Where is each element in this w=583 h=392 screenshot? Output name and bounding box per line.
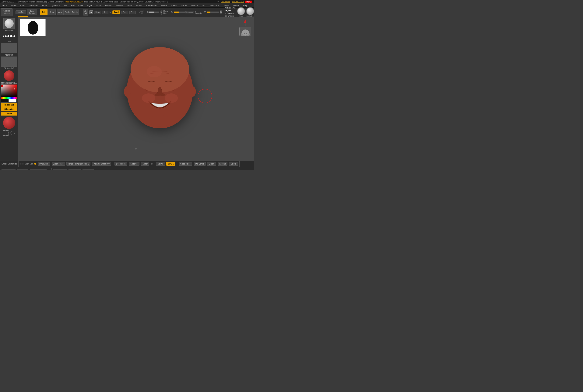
title-bar: ZBrush 2022.0.1 [University of Toronto: … — [0, 0, 254, 4]
dots-preview-box[interactable] — [2, 32, 17, 40]
menu-draw[interactable]: Draw — [42, 4, 48, 7]
dynamic-btn[interactable]: Dynamic — [185, 11, 194, 14]
activate-symmetry-btn[interactable]: Activate Symmetry — [92, 162, 111, 166]
menu-texture[interactable]: Texture — [190, 4, 199, 7]
del-hidden-btn[interactable]: Del Hidden — [115, 162, 127, 166]
nav-head-icon[interactable] — [239, 27, 251, 36]
auto-groups-btn[interactable]: Auto Groups — [2, 169, 16, 170]
del-mt-btn[interactable]: DelMT — [156, 162, 165, 166]
sdiv1-btn[interactable]: SDiv 1 — [166, 162, 175, 166]
menu-macro[interactable]: Macro — [95, 4, 102, 7]
menu-layer[interactable]: Layer — [78, 4, 84, 7]
move-btn[interactable]: Move — [57, 9, 64, 15]
mrgb-btn[interactable]: Mrgb — [94, 10, 101, 14]
menu-label[interactable]: Menu — [245, 0, 252, 3]
delete-btn[interactable]: Delete — [229, 162, 238, 166]
menu-material[interactable]: Material — [115, 4, 124, 7]
select-rect-icon[interactable] — [3, 130, 9, 136]
zremesher-btn[interactable]: ZRemesher — [52, 162, 65, 166]
mirror-weld-btn[interactable]: Mirror And Weld — [30, 169, 47, 170]
focal-shift-slider[interactable] — [149, 12, 159, 13]
zcut-btn[interactable]: Zcut — [129, 10, 136, 14]
viewport[interactable]: ▼ — [18, 17, 254, 161]
menu-render[interactable]: Render — [160, 4, 168, 7]
main-canvas[interactable]: ▼ — [18, 17, 254, 161]
dot1 — [3, 36, 4, 37]
alpha-off-box[interactable] — [1, 43, 17, 53]
store-mt-btn[interactable]: StoreMT — [129, 162, 139, 166]
model-3d[interactable] — [120, 36, 200, 142]
draw-size-slider[interactable] — [174, 12, 185, 13]
stroke-icon[interactable] — [83, 9, 88, 16]
menu-stroke[interactable]: Stroke — [181, 4, 188, 7]
mirror-btn[interactable]: Mirror — [141, 162, 149, 166]
menu-transform[interactable]: Transform — [209, 4, 220, 7]
menu-movie[interactable]: Movie — [126, 4, 133, 7]
resolution-dot[interactable] — [34, 163, 36, 165]
scale-btn[interactable]: Scale — [64, 9, 71, 15]
menu-picker[interactable]: Picker — [135, 4, 143, 7]
zsub-btn[interactable]: Zsub — [122, 10, 128, 14]
brush-sym-icon[interactable]: ⊕ — [161, 10, 162, 14]
m-label: M — [110, 11, 111, 13]
menu-alpha[interactable]: Alpha — [1, 4, 8, 7]
color-picker[interactable] — [1, 84, 17, 98]
menu-preferences[interactable]: Preferences — [145, 4, 157, 7]
project-all-btn[interactable]: ProjectAll — [83, 169, 94, 170]
menu-light[interactable]: Light — [87, 4, 93, 7]
snakehook-btn[interactable]: SnakeH... — [246, 7, 254, 17]
svg-rect-19 — [246, 33, 247, 34]
groups-split-btn[interactable]: Groups Split — [53, 169, 67, 170]
del-higher-btn[interactable]: Del Higher — [69, 169, 81, 170]
swatch-white[interactable] — [9, 98, 17, 102]
export-btn[interactable]: Export — [207, 162, 216, 166]
material-large-sphere[interactable] — [3, 117, 15, 129]
z-intensity-slider[interactable] — [207, 12, 219, 13]
append-btn[interactable]: Append — [218, 162, 227, 166]
rotate-btn[interactable]: Rotate — [71, 9, 79, 15]
menu-brush[interactable]: Brush — [10, 4, 17, 7]
select-lasso-icon[interactable] — [10, 130, 15, 136]
del-lower-btn[interactable]: Del Lower — [194, 162, 206, 166]
double-btn[interactable]: Double — [1, 112, 17, 116]
silhouette-btn[interactable]: Silhouette — [1, 108, 17, 111]
seethrough-label[interactable]: See-through 0 — [232, 0, 244, 3]
edit-btn[interactable]: Edit — [40, 9, 48, 15]
rgb-btn[interactable]: Rgb — [102, 10, 108, 14]
menu-document[interactable]: Document — [28, 4, 39, 7]
menu-marker[interactable]: Marker — [105, 4, 112, 7]
livebool-btn[interactable]: Live Boolean — [27, 9, 37, 15]
a-mode-btn[interactable]: A — [89, 10, 93, 14]
brush-preview-box[interactable] — [4, 18, 15, 29]
menu-help[interactable]: Help — [242, 4, 248, 7]
matcap-label: MatCap Red Wa... — [1, 82, 17, 84]
lightbox-btn[interactable]: LightBox — [16, 10, 26, 14]
sep-b5 — [52, 168, 52, 170]
menu-color[interactable]: Color — [20, 4, 26, 7]
target-polygons-btn[interactable]: Target Polygons Count 5 — [67, 162, 91, 166]
hue-slider[interactable] — [1, 97, 17, 99]
thumbnail-btn[interactable]: Thumbnail — [1, 103, 17, 107]
nav-cube[interactable] — [239, 19, 252, 36]
svg-point-2 — [28, 21, 38, 34]
menu-edit[interactable]: Edit — [63, 4, 68, 7]
texture-off-box[interactable] — [1, 56, 17, 67]
draw-btn[interactable]: Draw — [48, 9, 56, 15]
fix-mesh-btn[interactable]: Fix Mesh — [17, 169, 28, 170]
dot5 — [14, 35, 15, 37]
menu-stencil[interactable]: Stencil — [171, 4, 178, 7]
brush-sphere-preview[interactable] — [82, 8, 82, 16]
close-holes-btn[interactable]: Close Holes — [179, 162, 192, 166]
enable-customize[interactable]: Enable Customize — [2, 163, 17, 165]
menu-file[interactable]: File — [70, 4, 75, 7]
swatch-black[interactable] — [1, 98, 9, 102]
quicksave-label[interactable]: QuickSave — [221, 0, 230, 3]
clay-btn[interactable]: Clay — [237, 7, 245, 17]
dynamesh-btn[interactable]: DynaMesh — [38, 162, 50, 166]
subtool-master-btn[interactable]: SubTool Master — [1, 8, 13, 16]
menu-tool[interactable]: Tool — [201, 4, 206, 7]
matcap-sphere[interactable] — [4, 70, 14, 81]
menu-dynamics[interactable]: Dynamics — [50, 4, 61, 7]
d-icon[interactable]: D — [220, 10, 222, 14]
zadd-btn[interactable]: Zadd — [112, 10, 120, 14]
